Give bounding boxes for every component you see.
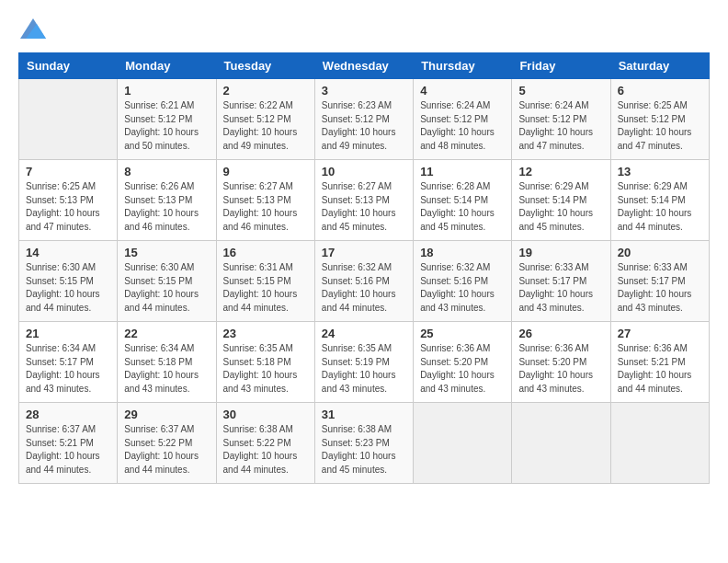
day-number: 10 [322,165,406,178]
calendar-cell: 27Sunrise: 6:36 AM Sunset: 5:21 PM Dayli… [610,322,709,403]
calendar-cell: 15Sunrise: 6:30 AM Sunset: 5:15 PM Dayli… [118,241,216,322]
calendar-cell [512,403,610,484]
weekday-header-thursday: Thursday [414,53,512,79]
day-number: 26 [518,327,603,340]
day-detail: Sunrise: 6:30 AM Sunset: 5:15 PM Dayligh… [26,261,110,315]
day-detail: Sunrise: 6:36 AM Sunset: 5:20 PM Dayligh… [518,342,603,396]
calendar-cell: 18Sunrise: 6:32 AM Sunset: 5:16 PM Dayli… [414,241,512,322]
day-detail: Sunrise: 6:24 AM Sunset: 5:12 PM Dayligh… [518,99,603,153]
day-detail: Sunrise: 6:38 AM Sunset: 5:22 PM Dayligh… [223,423,308,477]
calendar-cell: 31Sunrise: 6:38 AM Sunset: 5:23 PM Dayli… [314,403,413,484]
header [18,18,710,43]
day-detail: Sunrise: 6:21 AM Sunset: 5:12 PM Dayligh… [124,99,209,153]
day-detail: Sunrise: 6:32 AM Sunset: 5:16 PM Dayligh… [322,261,406,315]
day-number: 19 [518,246,603,259]
day-number: 16 [223,246,308,259]
day-detail: Sunrise: 6:37 AM Sunset: 5:21 PM Dayligh… [26,423,110,477]
calendar-week-2: 7Sunrise: 6:25 AM Sunset: 5:13 PM Daylig… [19,160,710,241]
weekday-header-row: SundayMondayTuesdayWednesdayThursdayFrid… [19,53,710,79]
day-detail: Sunrise: 6:37 AM Sunset: 5:22 PM Dayligh… [124,423,209,477]
calendar-cell: 3Sunrise: 6:23 AM Sunset: 5:12 PM Daylig… [314,79,413,160]
calendar-cell: 30Sunrise: 6:38 AM Sunset: 5:22 PM Dayli… [216,403,314,484]
day-number: 5 [518,84,603,98]
day-number: 30 [223,408,308,421]
calendar-cell: 20Sunrise: 6:33 AM Sunset: 5:17 PM Dayli… [610,241,709,322]
day-detail: Sunrise: 6:38 AM Sunset: 5:23 PM Dayligh… [322,423,406,477]
calendar-cell: 12Sunrise: 6:29 AM Sunset: 5:14 PM Dayli… [512,160,610,241]
day-number: 17 [322,246,406,259]
day-detail: Sunrise: 6:27 AM Sunset: 5:13 PM Dayligh… [223,180,308,234]
calendar-cell: 28Sunrise: 6:37 AM Sunset: 5:21 PM Dayli… [19,403,118,484]
calendar-cell: 24Sunrise: 6:35 AM Sunset: 5:19 PM Dayli… [314,322,413,403]
logo-icon [20,18,46,39]
day-detail: Sunrise: 6:34 AM Sunset: 5:18 PM Dayligh… [124,342,209,396]
calendar-cell: 13Sunrise: 6:29 AM Sunset: 5:14 PM Dayli… [610,160,709,241]
calendar-cell: 8Sunrise: 6:26 AM Sunset: 5:13 PM Daylig… [118,160,216,241]
day-detail: Sunrise: 6:23 AM Sunset: 5:12 PM Dayligh… [322,99,406,153]
calendar-cell [414,403,512,484]
calendar-cell: 29Sunrise: 6:37 AM Sunset: 5:22 PM Dayli… [118,403,216,484]
day-number: 1 [124,84,209,98]
day-number: 2 [223,84,308,98]
calendar-cell: 7Sunrise: 6:25 AM Sunset: 5:13 PM Daylig… [19,160,118,241]
day-detail: Sunrise: 6:29 AM Sunset: 5:14 PM Dayligh… [618,180,702,234]
day-number: 6 [618,84,702,98]
day-detail: Sunrise: 6:25 AM Sunset: 5:12 PM Dayligh… [618,99,702,153]
calendar-cell: 9Sunrise: 6:27 AM Sunset: 5:13 PM Daylig… [216,160,314,241]
day-number: 3 [322,84,406,98]
day-number: 11 [420,165,505,178]
calendar-cell: 1Sunrise: 6:21 AM Sunset: 5:12 PM Daylig… [118,79,216,160]
page-container: SundayMondayTuesdayWednesdayThursdayFrid… [18,18,710,484]
day-number: 20 [618,246,702,259]
calendar-cell: 14Sunrise: 6:30 AM Sunset: 5:15 PM Dayli… [19,241,118,322]
day-detail: Sunrise: 6:28 AM Sunset: 5:14 PM Dayligh… [420,180,505,234]
day-detail: Sunrise: 6:33 AM Sunset: 5:17 PM Dayligh… [618,261,702,315]
day-number: 28 [26,408,110,421]
day-number: 15 [124,246,209,259]
day-number: 25 [420,327,505,340]
weekday-header-wednesday: Wednesday [314,53,413,79]
day-number: 27 [618,327,702,340]
day-detail: Sunrise: 6:22 AM Sunset: 5:12 PM Dayligh… [223,99,308,153]
calendar-table: SundayMondayTuesdayWednesdayThursdayFrid… [18,52,710,484]
day-number: 31 [322,408,406,421]
calendar-cell: 25Sunrise: 6:36 AM Sunset: 5:20 PM Dayli… [414,322,512,403]
day-number: 29 [124,408,209,421]
calendar-cell: 4Sunrise: 6:24 AM Sunset: 5:12 PM Daylig… [414,79,512,160]
calendar-cell: 2Sunrise: 6:22 AM Sunset: 5:12 PM Daylig… [216,79,314,160]
day-number: 4 [420,84,505,98]
weekday-header-saturday: Saturday [610,53,709,79]
calendar-week-3: 14Sunrise: 6:30 AM Sunset: 5:15 PM Dayli… [19,241,710,322]
calendar-week-1: 1Sunrise: 6:21 AM Sunset: 5:12 PM Daylig… [19,79,710,160]
weekday-header-monday: Monday [118,53,216,79]
weekday-header-friday: Friday [512,53,610,79]
logo-text [18,18,46,43]
calendar-cell: 16Sunrise: 6:31 AM Sunset: 5:15 PM Dayli… [216,241,314,322]
calendar-cell: 11Sunrise: 6:28 AM Sunset: 5:14 PM Dayli… [414,160,512,241]
day-number: 8 [124,165,209,178]
day-detail: Sunrise: 6:33 AM Sunset: 5:17 PM Dayligh… [518,261,603,315]
logo [18,18,46,43]
day-number: 14 [26,246,110,259]
weekday-header-tuesday: Tuesday [216,53,314,79]
day-detail: Sunrise: 6:27 AM Sunset: 5:13 PM Dayligh… [322,180,406,234]
day-detail: Sunrise: 6:35 AM Sunset: 5:19 PM Dayligh… [322,342,406,396]
calendar-week-4: 21Sunrise: 6:34 AM Sunset: 5:17 PM Dayli… [19,322,710,403]
day-detail: Sunrise: 6:32 AM Sunset: 5:16 PM Dayligh… [420,261,505,315]
day-number: 22 [124,327,209,340]
calendar-cell: 26Sunrise: 6:36 AM Sunset: 5:20 PM Dayli… [512,322,610,403]
day-number: 21 [26,327,110,340]
day-detail: Sunrise: 6:36 AM Sunset: 5:21 PM Dayligh… [618,342,702,396]
calendar-cell: 10Sunrise: 6:27 AM Sunset: 5:13 PM Dayli… [314,160,413,241]
calendar-cell [610,403,709,484]
calendar-cell [19,79,118,160]
calendar-cell: 6Sunrise: 6:25 AM Sunset: 5:12 PM Daylig… [610,79,709,160]
day-detail: Sunrise: 6:26 AM Sunset: 5:13 PM Dayligh… [124,180,209,234]
day-detail: Sunrise: 6:29 AM Sunset: 5:14 PM Dayligh… [518,180,603,234]
day-detail: Sunrise: 6:35 AM Sunset: 5:18 PM Dayligh… [223,342,308,396]
day-number: 12 [518,165,603,178]
day-detail: Sunrise: 6:30 AM Sunset: 5:15 PM Dayligh… [124,261,209,315]
day-number: 24 [322,327,406,340]
day-number: 7 [26,165,110,178]
calendar-cell: 5Sunrise: 6:24 AM Sunset: 5:12 PM Daylig… [512,79,610,160]
